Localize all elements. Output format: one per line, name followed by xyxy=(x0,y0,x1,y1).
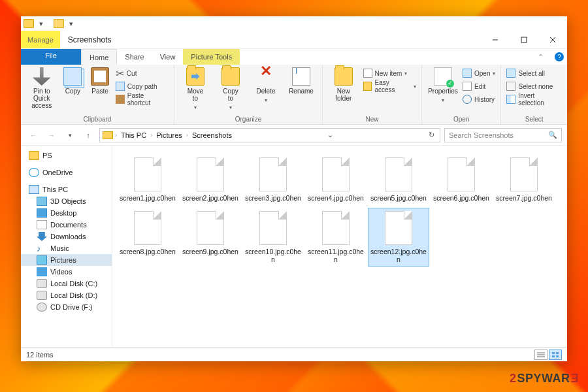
easy-access-button[interactable]: Easy access▾ xyxy=(363,80,416,92)
select-none-button[interactable]: Select none xyxy=(506,80,562,92)
file-item[interactable]: screen1.jpg.c0hen xyxy=(118,155,178,204)
new-folder-icon[interactable] xyxy=(54,19,64,28)
folder-icon xyxy=(29,151,39,160)
invert-icon xyxy=(506,95,515,104)
svg-rect-9 xyxy=(552,355,555,357)
breadcrumb-pictures[interactable]: Pictures xyxy=(154,131,184,139)
properties-label: Properties xyxy=(428,88,458,95)
file-item[interactable]: screen6.jpg.c0hen xyxy=(431,155,491,204)
new-item-icon xyxy=(363,69,372,78)
details-view-button[interactable] xyxy=(534,350,547,360)
refresh-button[interactable]: ↻ xyxy=(426,131,437,139)
close-button[interactable] xyxy=(538,31,567,48)
rename-button[interactable]: Rename xyxy=(286,67,317,95)
icons-view-button[interactable] xyxy=(549,350,562,360)
new-item-button[interactable]: New item▾ xyxy=(363,67,416,79)
group-select: Select all Select none Invert selection … xyxy=(501,65,567,124)
tree-this-pc[interactable]: This PC xyxy=(21,184,112,195)
help-button[interactable]: ? xyxy=(551,49,567,65)
tree-videos[interactable]: Videos xyxy=(21,266,112,278)
breadcrumb-this-pc[interactable]: This PC xyxy=(119,131,148,139)
tree-onedrive[interactable]: OneDrive xyxy=(21,167,112,178)
file-icon xyxy=(197,157,224,191)
forward-button[interactable]: → xyxy=(44,128,59,142)
move-to-button[interactable]: Move to▾ xyxy=(180,67,211,111)
tree-pictures[interactable]: Pictures xyxy=(21,254,112,266)
qat-dropdown[interactable]: ▾ xyxy=(35,18,47,29)
file-item[interactable]: screen12.jpg.c0hen xyxy=(368,208,429,266)
edit-button[interactable]: Edit xyxy=(463,80,495,92)
breadcrumb-screenshots[interactable]: Screenshots xyxy=(190,131,234,139)
open-button[interactable]: Open▾ xyxy=(463,67,495,79)
context-tab-header: Manage xyxy=(21,31,60,48)
pin-label: Pin to Quick access xyxy=(26,88,57,109)
file-item[interactable]: screen5.jpg.c0hen xyxy=(368,155,429,204)
explorer-body: PS OneDrive This PC 3D Objects Desktop D… xyxy=(21,146,567,347)
tab-home[interactable]: Home xyxy=(81,49,117,65)
file-icon xyxy=(259,157,287,191)
pin-quick-access-button[interactable]: Pin to Quick access xyxy=(26,67,57,109)
file-item[interactable]: screen11.jpg.c0hen xyxy=(306,208,366,266)
tree-disk-d[interactable]: Local Disk (D:) xyxy=(21,289,112,301)
minimize-button[interactable] xyxy=(481,31,510,48)
tree-ps[interactable]: PS xyxy=(21,150,112,161)
tree-3d-objects[interactable]: 3D Objects xyxy=(21,195,112,207)
file-item[interactable]: screen3.jpg.c0hen xyxy=(243,155,303,204)
folder-icon xyxy=(186,67,204,86)
open-icon xyxy=(463,69,472,78)
tree-documents[interactable]: Documents xyxy=(21,219,112,231)
file-item[interactable]: screen9.jpg.c0hen xyxy=(180,208,240,266)
up-button[interactable]: ↑ xyxy=(81,128,95,142)
file-name: screen6.jpg.c0hen xyxy=(433,194,489,202)
invert-selection-button[interactable]: Invert selection xyxy=(506,93,562,105)
copy-to-button[interactable]: Copy to▾ xyxy=(215,67,246,111)
group-label: Organize xyxy=(180,114,317,123)
folder-icon xyxy=(221,67,240,86)
file-item[interactable]: screen4.jpg.c0hen xyxy=(306,155,366,204)
tab-picture-tools[interactable]: Picture Tools xyxy=(183,49,240,65)
pc-icon xyxy=(29,185,39,194)
select-all-label: Select all xyxy=(518,70,545,77)
breadcrumb-bar[interactable]: › This PC › Pictures › Screenshots ⌄ ↻ xyxy=(99,128,440,142)
copy-path-button[interactable]: Copy path xyxy=(116,80,169,92)
tab-file[interactable]: File xyxy=(21,49,81,65)
paste-button[interactable]: Paste xyxy=(88,67,112,95)
tree-cd-drive[interactable]: CD Drive (F:) xyxy=(21,301,112,313)
select-all-button[interactable]: Select all xyxy=(506,67,562,79)
file-item[interactable]: screen2.jpg.c0hen xyxy=(180,155,240,204)
paste-shortcut-button[interactable]: Paste shortcut xyxy=(116,93,169,105)
recent-locations[interactable]: ▾ xyxy=(63,128,77,142)
new-item-label: New item xyxy=(375,70,402,77)
cut-button[interactable]: ✂Cut xyxy=(116,67,169,79)
copy-label: Copy xyxy=(65,88,80,95)
qat-customize[interactable]: ▾ xyxy=(65,18,77,29)
history-button[interactable]: History xyxy=(463,93,495,105)
folder-icon xyxy=(335,67,353,86)
properties-button[interactable]: Properties▾ xyxy=(427,67,459,104)
tree-disk-c[interactable]: Local Disk (C:) xyxy=(21,278,112,289)
group-label: Select xyxy=(506,114,562,123)
maximize-button[interactable] xyxy=(510,31,538,48)
svg-rect-10 xyxy=(556,355,559,357)
tree-music[interactable]: ♪Music xyxy=(21,242,112,254)
file-item[interactable]: screen10.jpg.c0hen xyxy=(243,208,303,266)
address-dropdown[interactable]: ⌄ xyxy=(325,131,336,139)
tab-share[interactable]: Share xyxy=(117,49,152,65)
copy-button[interactable]: Copy xyxy=(61,67,85,95)
svg-rect-7 xyxy=(552,352,555,354)
navigation-tree[interactable]: PS OneDrive This PC 3D Objects Desktop D… xyxy=(21,146,112,347)
new-folder-button[interactable]: New folder xyxy=(328,67,359,102)
ribbon-collapse[interactable]: ⌃ xyxy=(530,49,551,65)
search-input[interactable]: Search Screenshots 🔍 xyxy=(444,128,562,142)
file-item[interactable]: screen7.jpg.c0hen xyxy=(494,155,554,204)
tree-downloads[interactable]: Downloads xyxy=(21,231,112,242)
file-item[interactable]: screen8.jpg.c0hen xyxy=(118,208,178,266)
videos-icon xyxy=(37,267,47,276)
back-button[interactable]: ← xyxy=(26,128,41,142)
tab-view[interactable]: View xyxy=(152,49,184,65)
watermark-e-icon: E xyxy=(570,372,579,385)
tree-desktop[interactable]: Desktop xyxy=(21,207,112,219)
file-list[interactable]: screen1.jpg.c0henscreen2.jpg.c0henscreen… xyxy=(112,146,567,347)
file-icon xyxy=(510,157,538,191)
delete-button[interactable]: ✕Delete▾ xyxy=(250,67,282,104)
